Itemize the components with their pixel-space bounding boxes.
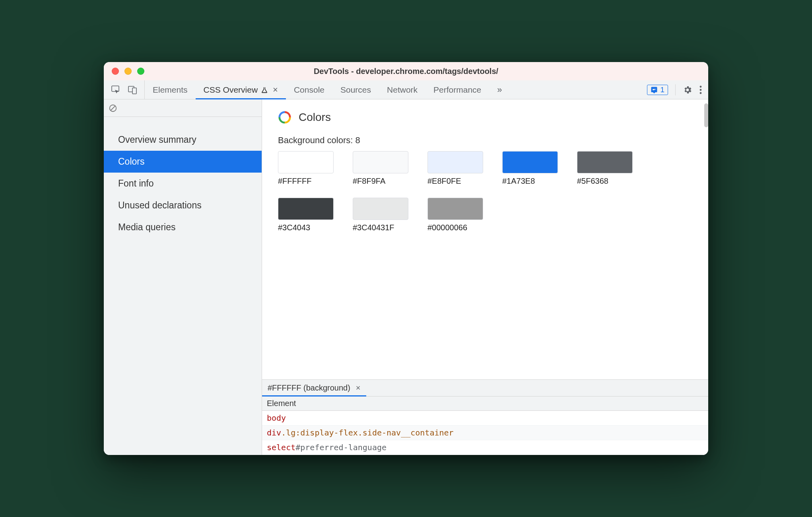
swatch-1a73e8[interactable] xyxy=(502,151,558,173)
settings-gear-icon[interactable] xyxy=(683,85,692,95)
section-title: Colors xyxy=(299,111,331,124)
detail-tab-color[interactable]: #FFFFFF (background) × xyxy=(262,380,366,396)
color-swatch: #F8F9FA xyxy=(353,151,408,186)
issues-badge[interactable]: 1 xyxy=(647,85,668,95)
color-swatch: #1A73E8 xyxy=(502,151,558,186)
svg-point-4 xyxy=(700,89,702,91)
sidebar-item-unused-declarations[interactable]: Unused declarations xyxy=(104,194,262,216)
swatch-f8f9fa[interactable] xyxy=(353,151,408,173)
tab-network[interactable]: Network xyxy=(379,80,425,99)
tab-elements[interactable]: Elements xyxy=(145,80,196,99)
svg-point-3 xyxy=(700,86,702,87)
sidebar-item-colors[interactable]: Colors xyxy=(104,151,262,173)
sidebar-item-font-info[interactable]: Font info xyxy=(104,173,262,194)
section-header: Colors xyxy=(278,111,692,124)
kebab-menu-icon[interactable] xyxy=(699,85,702,95)
titlebar: DevTools - developer.chrome.com/tags/dev… xyxy=(104,62,708,80)
color-swatch: #3C4043 xyxy=(278,198,334,232)
swatch-label: #1A73E8 xyxy=(502,177,558,186)
swatch-e8f0fe[interactable] xyxy=(427,151,483,173)
close-window-button[interactable] xyxy=(112,68,119,75)
svg-rect-2 xyxy=(132,88,136,94)
sidebar-item-media-queries[interactable]: Media queries xyxy=(104,216,262,238)
color-swatch: #FFFFFF xyxy=(278,151,334,186)
experiment-flask-icon xyxy=(261,87,268,94)
tab-performance[interactable]: Performance xyxy=(425,80,489,99)
close-tab-icon[interactable]: × xyxy=(273,85,278,95)
swatch-5f6368[interactable] xyxy=(577,151,633,173)
detail-tabbar: #FFFFFF (background) × xyxy=(262,379,708,396)
svg-line-7 xyxy=(111,106,115,110)
detail-table-header: Element xyxy=(262,396,708,411)
panel-content: Overview summaryColorsFont infoUnused de… xyxy=(104,99,708,455)
swatch-label: #E8F0FE xyxy=(427,177,483,186)
color-swatch: #3C40431F xyxy=(353,198,408,232)
devtools-tabbar: Elements CSS Overview × Console Sources … xyxy=(104,80,708,99)
color-swatch: #5F6368 xyxy=(577,151,633,186)
swatch-3c40431f[interactable] xyxy=(353,198,408,220)
clear-overview-icon[interactable] xyxy=(109,104,117,113)
swatch-label: #00000066 xyxy=(427,223,483,232)
minimize-window-button[interactable] xyxy=(124,68,132,75)
tab-console[interactable]: Console xyxy=(286,80,332,99)
swatch-label: #3C4043 xyxy=(278,223,334,232)
css-overview-main: Colors Background colors: 8 #FFFFFF#F8F9… xyxy=(262,99,708,455)
element-row[interactable]: div.lg:display-flex.side-nav__container xyxy=(262,426,708,440)
background-colors-label: Background colors: 8 xyxy=(278,135,692,146)
zoom-window-button[interactable] xyxy=(137,68,144,75)
swatch-label: #F8F9FA xyxy=(353,177,408,186)
swatch-label: #5F6368 xyxy=(577,177,633,186)
swatch-00000066[interactable] xyxy=(427,198,483,220)
swatch-label: #FFFFFF xyxy=(278,177,334,186)
inspect-element-icon[interactable] xyxy=(111,85,120,95)
color-swatch: #E8F0FE xyxy=(427,151,483,186)
color-swatch: #00000066 xyxy=(427,198,483,232)
devtools-window: DevTools - developer.chrome.com/tags/dev… xyxy=(104,62,708,455)
sidebar-item-overview-summary[interactable]: Overview summary xyxy=(104,129,262,151)
window-title: DevTools - developer.chrome.com/tags/dev… xyxy=(104,67,708,76)
colors-ring-icon xyxy=(278,111,291,124)
svg-point-5 xyxy=(700,92,702,94)
device-toggle-icon[interactable] xyxy=(128,85,137,95)
swatch-ffffff[interactable] xyxy=(278,151,334,173)
css-overview-sidebar: Overview summaryColorsFont infoUnused de… xyxy=(104,99,262,455)
element-row[interactable]: body xyxy=(262,411,708,426)
swatch-label: #3C40431F xyxy=(353,223,408,232)
tab-sources[interactable]: Sources xyxy=(332,80,379,99)
scrollbar-thumb[interactable] xyxy=(704,103,708,127)
element-row[interactable]: select#preferred-language xyxy=(262,440,708,455)
traffic-lights xyxy=(112,68,144,75)
swatch-3c4043[interactable] xyxy=(278,198,334,220)
more-tabs-chevron-icon[interactable]: » xyxy=(489,80,510,99)
tab-css-overview[interactable]: CSS Overview × xyxy=(196,80,286,99)
close-detail-tab-icon[interactable]: × xyxy=(356,383,361,393)
detail-table-body: bodydiv.lg:display-flex.side-nav__contai… xyxy=(262,411,708,455)
